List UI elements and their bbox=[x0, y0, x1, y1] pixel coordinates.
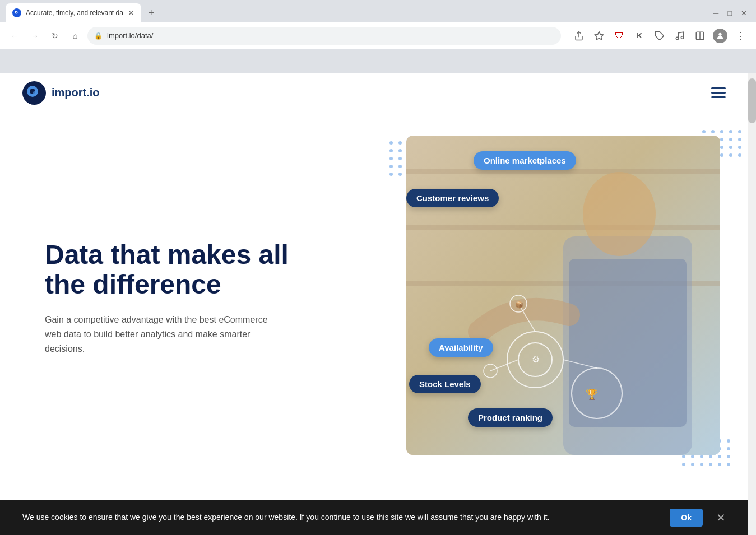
k-extension-icon[interactable]: K bbox=[630, 27, 648, 45]
svg-marker-3 bbox=[595, 31, 604, 39]
hero-image-area: ⚙ 🏆 📦 Online marketplaces Customer revie… bbox=[378, 113, 748, 483]
refresh-button[interactable]: ↻ bbox=[47, 28, 63, 44]
svg-text:⚙: ⚙ bbox=[532, 355, 540, 364]
hero-bg: ⚙ 🏆 📦 Online marketplaces Customer revie… bbox=[406, 136, 720, 455]
window-restore-button[interactable]: □ bbox=[727, 9, 732, 17]
window-minimize-button[interactable]: ─ bbox=[713, 9, 718, 17]
hamburger-line-1 bbox=[711, 87, 726, 89]
puzzle-extension-icon[interactable] bbox=[651, 27, 669, 45]
availability-label: Availability bbox=[429, 338, 493, 357]
share-button[interactable] bbox=[570, 27, 588, 45]
product-ranking-label: Product ranking bbox=[468, 408, 553, 427]
window-close-button[interactable]: ✕ bbox=[741, 9, 747, 17]
active-tab[interactable]: Accurate, timely, and relevant da ✕ bbox=[6, 3, 141, 22]
website-content: import.io Data that makes all the differ… bbox=[0, 73, 748, 535]
svg-rect-18 bbox=[569, 259, 687, 427]
svg-point-2 bbox=[16, 12, 17, 13]
svg-point-7 bbox=[718, 32, 721, 35]
tab-title: Accurate, timely, and relevant da bbox=[26, 9, 123, 17]
customer-reviews-label: Customer reviews bbox=[406, 189, 499, 207]
svg-text:🏆: 🏆 bbox=[586, 388, 599, 401]
ssl-lock-icon: 🔒 bbox=[94, 32, 103, 40]
hamburger-menu-button[interactable] bbox=[711, 87, 726, 98]
new-tab-button[interactable]: + bbox=[143, 5, 159, 21]
cookie-text: We use cookies to ensure that we give yo… bbox=[22, 512, 661, 523]
more-options-button[interactable]: ⋮ bbox=[731, 27, 749, 45]
hero-text: Data that makes all the difference Gain … bbox=[45, 240, 325, 356]
hero-section: Data that makes all the difference Gain … bbox=[0, 113, 748, 483]
site-navbar: import.io bbox=[0, 73, 748, 113]
online-marketplaces-label: Online marketplaces bbox=[474, 151, 576, 170]
hero-subtitle: Gain a competitive advantage with the be… bbox=[45, 313, 280, 356]
music-icon[interactable] bbox=[671, 27, 689, 45]
svg-point-17 bbox=[583, 172, 656, 256]
security-extension-icon[interactable]: 🛡 bbox=[610, 27, 628, 45]
hero-title: Data that makes all the difference bbox=[45, 240, 325, 300]
address-bar[interactable]: 🔒 import.io/data/ bbox=[87, 27, 561, 45]
navigation-bar: ← → ↻ ⌂ 🔒 import.io/data/ 🛡 K bbox=[0, 22, 756, 49]
svg-point-11 bbox=[33, 91, 37, 96]
hamburger-line-2 bbox=[711, 92, 726, 94]
user-avatar bbox=[713, 29, 727, 43]
profile-avatar[interactable] bbox=[711, 27, 729, 45]
logo-text: import.io bbox=[52, 86, 100, 99]
hamburger-line-3 bbox=[711, 96, 726, 98]
logo-icon bbox=[22, 81, 46, 105]
cookie-banner: We use cookies to ensure that we give yo… bbox=[0, 500, 748, 535]
scrollbar-track bbox=[748, 73, 756, 535]
forward-button[interactable]: → bbox=[27, 28, 43, 44]
split-view-icon[interactable] bbox=[691, 27, 709, 45]
address-text: import.io/data/ bbox=[107, 31, 554, 40]
cookie-close-button[interactable]: ✕ bbox=[716, 511, 726, 524]
hero-image: ⚙ 🏆 📦 Online marketplaces Customer revie… bbox=[406, 136, 720, 455]
svg-rect-14 bbox=[406, 225, 720, 230]
svg-rect-13 bbox=[406, 169, 720, 174]
cookie-ok-button[interactable]: Ok bbox=[670, 509, 703, 527]
tab-favicon bbox=[12, 8, 21, 17]
scrollbar-thumb[interactable] bbox=[748, 78, 756, 123]
bookmark-button[interactable] bbox=[590, 27, 608, 45]
site-logo[interactable]: import.io bbox=[22, 81, 100, 105]
back-button[interactable]: ← bbox=[7, 28, 22, 44]
stock-levels-label: Stock Levels bbox=[409, 375, 481, 393]
home-button[interactable]: ⌂ bbox=[67, 28, 83, 44]
toolbar-right: 🛡 K bbox=[570, 27, 749, 45]
svg-text:📦: 📦 bbox=[515, 300, 523, 309]
tab-close-button[interactable]: ✕ bbox=[128, 9, 134, 17]
